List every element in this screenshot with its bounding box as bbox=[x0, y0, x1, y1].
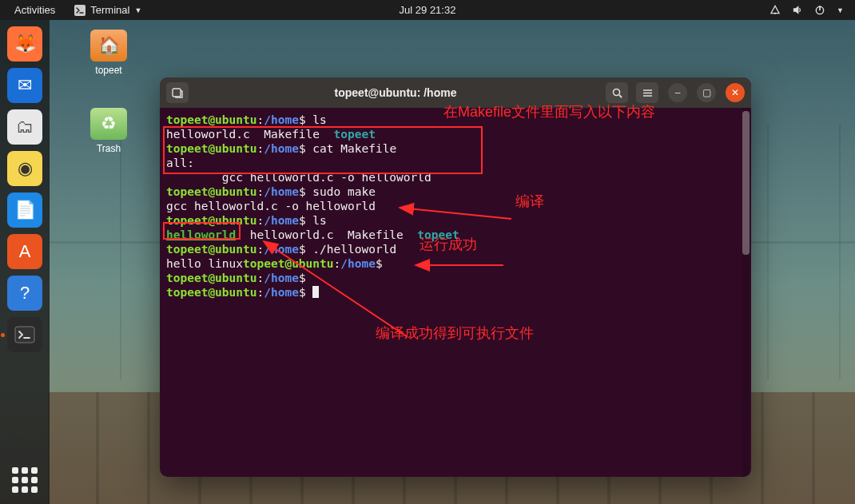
terminal-window: topeet@ubuntu: /home – ▢ ✕ topeet@ubuntu… bbox=[160, 77, 751, 477]
desktop-icon-label: topeet bbox=[80, 65, 137, 76]
terminal-headerbar: topeet@ubuntu: /home – ▢ ✕ bbox=[160, 77, 751, 108]
svg-rect-5 bbox=[173, 89, 181, 97]
minimize-button[interactable]: – bbox=[668, 83, 687, 102]
dock: 🦊 ✉ 🗂 ◉ 📄 A ? bbox=[0, 20, 50, 504]
svg-point-6 bbox=[613, 89, 619, 95]
dock-files[interactable]: 🗂 bbox=[7, 109, 42, 145]
desktop-icon-label: Trash bbox=[80, 143, 137, 154]
dock-thunderbird[interactable]: ✉ bbox=[7, 68, 42, 103]
folder-icon: 🏠 bbox=[90, 30, 127, 62]
show-applications[interactable] bbox=[7, 462, 42, 498]
svg-point-1 bbox=[774, 13, 776, 14]
volume-icon[interactable] bbox=[792, 5, 803, 16]
terminal-body[interactable]: topeet@ubuntu:/home$ ls helloworld.c Mak… bbox=[160, 108, 751, 477]
maximize-button[interactable]: ▢ bbox=[697, 83, 716, 102]
power-icon[interactable] bbox=[814, 5, 825, 16]
dock-terminal[interactable] bbox=[7, 317, 42, 352]
dock-help[interactable]: ? bbox=[7, 276, 42, 311]
activities-button[interactable]: Activities bbox=[8, 2, 62, 18]
dock-firefox[interactable]: 🦊 bbox=[7, 26, 42, 62]
dock-rhythmbox[interactable]: ◉ bbox=[7, 151, 42, 186]
desktop: 🦊 ✉ 🗂 ◉ 📄 A ? 🏠 topeet ♻ Trash topeet@ub… bbox=[0, 20, 855, 504]
svg-rect-0 bbox=[74, 5, 86, 16]
search-button[interactable] bbox=[606, 82, 628, 103]
svg-rect-4 bbox=[15, 327, 34, 343]
clock[interactable]: Jul 29 21:32 bbox=[400, 4, 456, 16]
close-button[interactable]: ✕ bbox=[726, 83, 745, 102]
desktop-folder-topeet[interactable]: 🏠 topeet bbox=[80, 30, 137, 76]
chevron-down-icon[interactable]: ▼ bbox=[837, 6, 844, 14]
cursor bbox=[312, 286, 319, 298]
network-icon[interactable] bbox=[770, 5, 781, 16]
scrollbar[interactable] bbox=[742, 108, 750, 477]
app-menu[interactable]: Terminal ▼ bbox=[68, 2, 148, 18]
gnome-topbar: Activities Terminal ▼ Jul 29 21:32 ▼ bbox=[0, 0, 855, 20]
chevron-down-icon: ▼ bbox=[134, 6, 141, 14]
trash-icon: ♻ bbox=[90, 108, 127, 140]
svg-line-7 bbox=[619, 95, 622, 97]
window-title: topeet@ubuntu: /home bbox=[193, 86, 598, 99]
desktop-trash[interactable]: ♻ Trash bbox=[80, 108, 137, 154]
dock-software[interactable]: A bbox=[7, 234, 42, 269]
new-tab-button[interactable] bbox=[166, 82, 189, 103]
scrollbar-thumb[interactable] bbox=[742, 111, 750, 255]
app-menu-label: Terminal bbox=[90, 4, 129, 16]
dock-writer[interactable]: 📄 bbox=[7, 192, 42, 228]
terminal-icon bbox=[74, 5, 86, 16]
hamburger-menu-button[interactable] bbox=[636, 82, 658, 103]
